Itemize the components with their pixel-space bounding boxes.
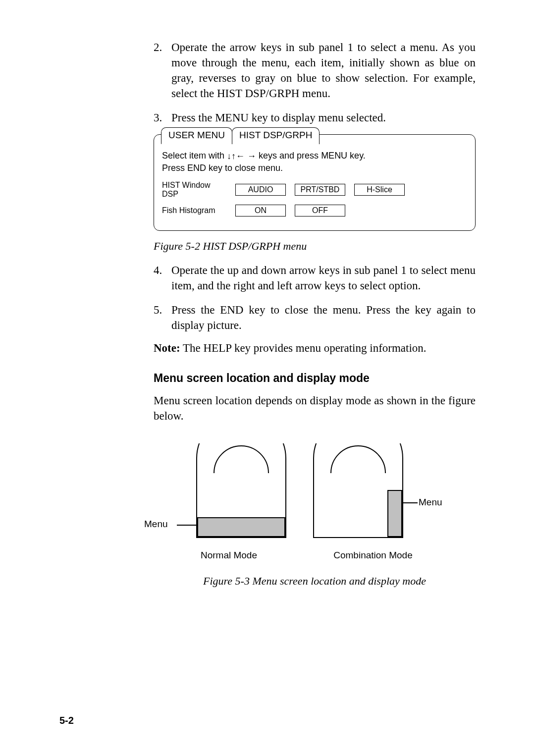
step-4-num: 4.	[154, 263, 171, 293]
tab-user-menu: USER MENU	[161, 127, 232, 144]
instr-post: keys and press MENU key.	[256, 151, 366, 161]
note-label: Note:	[154, 342, 180, 354]
instr-line2: Press END key to close menu.	[162, 163, 283, 173]
row1-label: HIST Window DSP	[162, 181, 226, 199]
figure-5-3-caption: Figure 5-3 Menu screen location and disp…	[154, 575, 476, 588]
arrow-left-icon: ←	[236, 150, 245, 162]
normal-mode-diagram: Menu	[167, 443, 291, 545]
step-2-text: Operate the arrow keys in sub panel 1 to…	[171, 40, 476, 101]
arrow-down-icon: ↓	[227, 150, 231, 162]
row1-opt-hslice: H-Slice	[354, 184, 405, 196]
instr-pre: Select item with	[162, 151, 227, 161]
menu-row-2: Fish Histogram ON OFF	[162, 205, 467, 216]
svg-rect-2	[388, 490, 402, 537]
row1-opt-audio: AUDIO	[235, 184, 286, 196]
menu-row-1: HIST Window DSP AUDIO PRT/STBD H-Slice	[162, 181, 467, 199]
page: 2. Operate the arrow keys in sub panel 1…	[0, 0, 535, 756]
mode-figure: Menu Normal Mode Menu Combination Mode	[129, 443, 476, 561]
instruction-list-cont: 4. Operate the up and down arrow keys in…	[154, 263, 476, 333]
step-4: 4. Operate the up and down arrow keys in…	[154, 263, 476, 293]
section-title: Menu screen location and display mode	[154, 372, 476, 385]
hist-dsp-grph-menu: USER MENU HIST DSP/GRPH Select item with…	[154, 134, 476, 231]
arrow-up-icon: ↑	[231, 150, 236, 162]
step-4-text: Operate the up and down arrow keys in su…	[171, 263, 476, 293]
arrow-right-icon: →	[247, 150, 256, 162]
row2-opt-off: OFF	[295, 205, 345, 216]
step-3: 3. Press the MENU key to display menu se…	[154, 110, 476, 125]
step-5-num: 5.	[154, 302, 171, 333]
step-2-num: 2.	[154, 40, 171, 101]
page-number: 5-2	[59, 715, 74, 726]
step-2: 2. Operate the arrow keys in sub panel 1…	[154, 40, 476, 101]
menu-label-right: Menu	[419, 497, 442, 508]
step-3-text: Press the MENU key to display menu selec…	[171, 110, 476, 125]
menu-instruction: Select item with ↓↑← → keys and press ME…	[162, 150, 467, 174]
step-3-num: 3.	[154, 110, 171, 125]
svg-rect-0	[198, 518, 285, 537]
figure-5-2-caption: Figure 5-2 HIST DSP/GRPH menu	[154, 240, 476, 253]
step-5-text: Press the END key to close the menu. Pre…	[171, 302, 476, 333]
row2-label: Fish Histogram	[162, 206, 226, 215]
combo-mode-diagram: Menu	[309, 443, 437, 545]
menu-label-left: Menu	[144, 519, 168, 530]
tab-hist-dsp-grph: HIST DSP/GRPH	[232, 127, 320, 144]
normal-mode-col: Menu Normal Mode	[167, 443, 291, 561]
combo-mode-caption: Combination Mode	[333, 550, 412, 561]
menu-tabs: USER MENU HIST DSP/GRPH	[162, 134, 467, 144]
normal-mode-caption: Normal Mode	[201, 550, 257, 561]
row2-opt-on: ON	[235, 205, 286, 216]
step-5: 5. Press the END key to close the menu. …	[154, 302, 476, 333]
note-text: The HELP key provides menu operating inf…	[180, 342, 427, 354]
instruction-list: 2. Operate the arrow keys in sub panel 1…	[154, 40, 476, 125]
note: Note: The HELP key provides menu operati…	[154, 342, 476, 355]
row1-opt-prtstbd: PRT/STBD	[295, 184, 345, 196]
section-para: Menu screen location depends on display …	[154, 393, 476, 424]
combo-mode-col: Menu Combination Mode	[309, 443, 437, 561]
